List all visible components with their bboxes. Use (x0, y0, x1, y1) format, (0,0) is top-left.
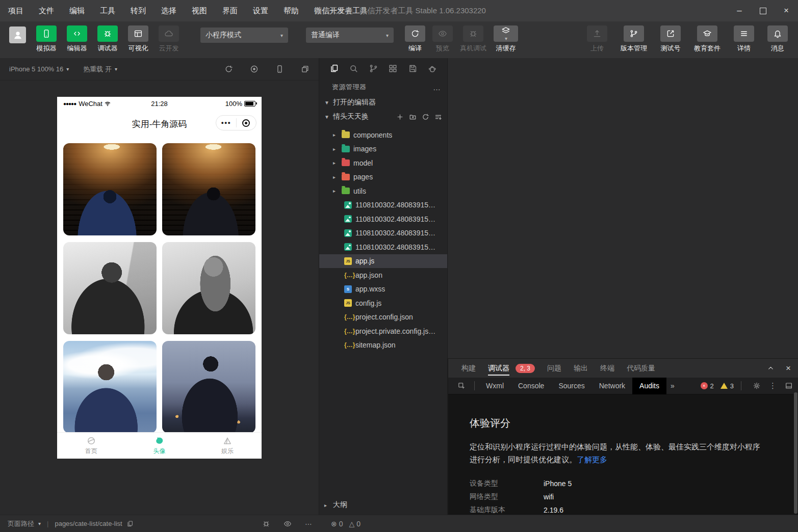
visualization-button[interactable]: 可视化 (128, 25, 148, 53)
photo-item[interactable] (63, 143, 157, 235)
photo-item[interactable] (162, 341, 255, 433)
tree-item[interactable]: ▸utils (319, 184, 447, 198)
tree-item[interactable]: {…}app.json (319, 268, 447, 282)
tree-item[interactable]: {…}project.config.json (319, 310, 447, 325)
scrollbar[interactable] (794, 392, 797, 514)
minimize-button[interactable]: – (728, 0, 751, 21)
upload-button[interactable]: 上传 (587, 25, 607, 53)
project-section[interactable]: ▼ 情头天天换 (319, 110, 447, 124)
teapot-icon[interactable] (427, 64, 437, 73)
page-path-label[interactable]: 页面路径 (8, 519, 34, 528)
photo-item[interactable] (162, 242, 255, 334)
phone-frame-icon[interactable] (275, 65, 284, 73)
tab-debugger[interactable]: 调试器 (488, 359, 509, 378)
devtools-tab-audits[interactable]: Audits (632, 378, 666, 394)
device-debug-button[interactable]: 真机调试 (460, 25, 486, 53)
details-button[interactable]: 详情 (734, 25, 754, 53)
photo-item[interactable] (63, 242, 157, 334)
bug-icon[interactable] (262, 520, 270, 528)
error-count[interactable]: 2 (710, 382, 714, 390)
tree-item[interactable]: ▸components (319, 128, 447, 142)
menu-item-select[interactable]: 选择 (161, 6, 176, 16)
tree-item[interactable]: JSconfig.js (319, 296, 447, 310)
compile-button[interactable]: 编译 (405, 25, 425, 53)
more-tabs-icon[interactable]: » (666, 382, 679, 390)
tab-build[interactable]: 构建 (461, 359, 476, 378)
new-folder-icon[interactable] (409, 113, 417, 121)
version-control-button[interactable]: 版本管理 (621, 25, 647, 53)
tree-item[interactable]: 1108100302.48083915… (319, 226, 447, 241)
open-editors-section[interactable]: ▼ 打开的编辑器 (319, 95, 447, 110)
simulator-toggle-button[interactable]: 模拟器 (36, 25, 57, 53)
tab-output[interactable]: 输出 (574, 359, 588, 378)
drawer-icon[interactable] (785, 382, 793, 390)
status-error-count[interactable]: ⊗0 (331, 520, 343, 528)
tree-item[interactable]: ▸pages (319, 170, 447, 184)
tree-item-selected[interactable]: JSapp.js (319, 254, 447, 269)
compile-mode-select[interactable]: 普通编译 ▾ (306, 28, 394, 43)
tab-avatar[interactable]: 头像 (125, 433, 194, 459)
tree-item[interactable]: 1108100302.48083915… (319, 198, 447, 212)
tab-fun[interactable]: 娱乐 (193, 433, 262, 459)
devtools-tab-network[interactable]: Network (592, 378, 632, 394)
devtools-tab-console[interactable]: Console (511, 378, 551, 394)
rotate-icon[interactable] (224, 65, 233, 73)
menu-item-settings[interactable]: 设置 (253, 6, 268, 16)
multi-window-icon[interactable] (301, 65, 310, 73)
files-icon[interactable] (329, 64, 339, 73)
warning-count[interactable]: 3 (730, 382, 734, 390)
clear-cache-button[interactable]: ▾ 清缓存 (494, 25, 518, 53)
git-branch-icon[interactable] (369, 64, 378, 73)
menu-item-project[interactable]: 项目 (8, 6, 23, 16)
devtools-tab-sources[interactable]: Sources (551, 378, 591, 394)
extensions-icon[interactable] (388, 64, 398, 73)
search-icon[interactable] (349, 64, 358, 73)
editor-toggle-button[interactable]: 编辑器 (67, 25, 87, 53)
maximize-button[interactable] (751, 0, 775, 21)
learn-more-link[interactable]: 了解更多 (577, 455, 607, 464)
status-warning-count[interactable]: △0 (349, 520, 361, 528)
tree-item[interactable]: ▸model (319, 156, 447, 170)
save-icon[interactable] (408, 64, 418, 73)
devtools-settings-icon[interactable] (753, 382, 761, 390)
photo-item[interactable] (162, 143, 255, 235)
menu-item-help[interactable]: 帮助 (284, 6, 299, 16)
exit-mini-program-button[interactable] (237, 119, 256, 127)
tree-item[interactable]: 1108100302.48083915… (319, 240, 447, 254)
tree-item[interactable]: 1108100302.48083915… (319, 212, 447, 226)
outline-section[interactable]: ▸ 大纲 (319, 498, 447, 512)
tab-problems[interactable]: 问题 (547, 359, 561, 378)
record-icon[interactable] (250, 65, 259, 73)
menu-item-file[interactable]: 文件 (39, 6, 54, 16)
more-icon[interactable]: ⋯ (305, 520, 313, 528)
hot-reload-toggle[interactable]: 热重载 开 ▾ (83, 65, 117, 74)
debugger-toggle-button[interactable]: 调试器 (97, 25, 118, 53)
photo-item[interactable] (63, 341, 157, 433)
tab-home[interactable]: 首页 (57, 433, 125, 459)
close-button[interactable]: × (775, 0, 798, 21)
avatar[interactable] (9, 26, 26, 43)
more-menu-button[interactable]: ●●● (216, 120, 236, 125)
menu-item-goto[interactable]: 转到 (131, 6, 146, 16)
menu-item-interface[interactable]: 界面 (222, 6, 238, 16)
kebab-menu-icon[interactable]: ⋮ (769, 381, 777, 390)
close-panel-icon[interactable]: × (786, 363, 791, 374)
tab-code-quality[interactable]: 代码质量 (627, 359, 655, 378)
edu-suite-button[interactable]: 教育套件 (694, 25, 720, 53)
menu-item-edit[interactable]: 编辑 (69, 6, 85, 16)
devtools-tab-wxml[interactable]: Wxml (479, 378, 511, 394)
test-account-button[interactable]: 测试号 (660, 25, 681, 53)
menu-item-tools[interactable]: 工具 (100, 6, 115, 16)
tree-item[interactable]: Sapp.wxss (319, 282, 447, 297)
tree-item[interactable]: {…}project.private.config.js… (319, 324, 447, 338)
tree-item[interactable]: ▸images (319, 142, 447, 156)
preview-button[interactable]: 预览 (432, 25, 453, 53)
mode-select[interactable]: 小程序模式 ▾ (200, 28, 288, 43)
eye-icon[interactable] (284, 520, 292, 528)
inspect-element-icon[interactable] (457, 382, 466, 390)
tree-item[interactable]: {…}sitemap.json (319, 338, 447, 353)
menu-item-view[interactable]: 视图 (192, 6, 207, 16)
copy-icon[interactable] (126, 520, 134, 527)
messages-button[interactable]: 消息 (767, 25, 788, 53)
more-icon[interactable]: … (433, 83, 441, 92)
